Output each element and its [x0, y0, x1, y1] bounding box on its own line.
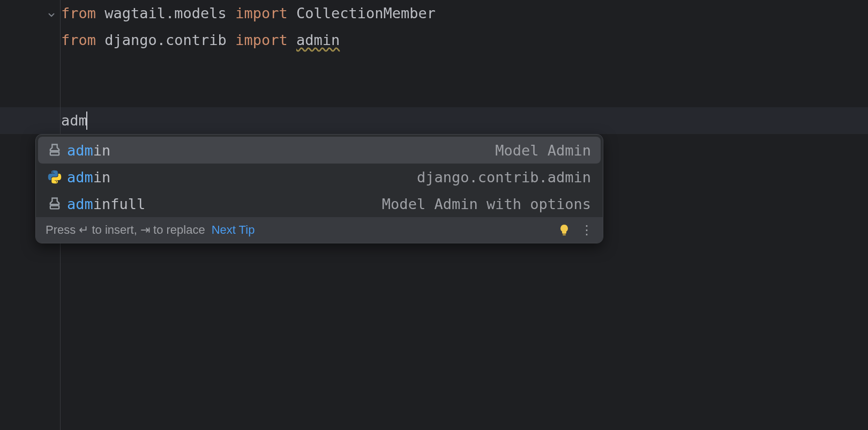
completion-footer: Press ↵ to insert, ⇥ to replace Next Tip…: [36, 217, 603, 243]
lightbulb-icon[interactable]: [558, 224, 571, 236]
svg-rect-1: [50, 206, 59, 209]
completion-item[interactable]: adminfull Model Admin with options: [36, 190, 603, 217]
completion-name: admin: [67, 169, 110, 186]
keyword: from: [61, 32, 96, 48]
live-template-icon: [46, 141, 64, 159]
code-editor[interactable]: from wagtail.models import CollectionMem…: [0, 0, 868, 430]
live-template-icon: [46, 195, 64, 213]
completion-name: admin: [67, 142, 110, 159]
footer-tip-text: Press ↵ to insert, ⇥ to replace: [46, 223, 205, 237]
identifier-warning: admin: [296, 32, 340, 48]
keyword: import: [235, 32, 288, 48]
typed-text[interactable]: adm: [61, 107, 87, 134]
more-options-icon[interactable]: ⋮: [580, 229, 593, 231]
svg-rect-0: [50, 152, 59, 155]
keyword: from: [61, 5, 96, 21]
module-path: django.contrib: [104, 32, 227, 48]
svg-rect-2: [563, 234, 566, 235]
python-module-icon: [46, 168, 64, 186]
fold-toggle-icon[interactable]: [45, 9, 58, 21]
next-tip-link[interactable]: Next Tip: [212, 223, 255, 237]
completion-popup[interactable]: admin Model Admin admin django.contrib.a…: [35, 134, 603, 243]
completion-item[interactable]: admin django.contrib.admin: [36, 164, 603, 190]
typed-chars: adm: [61, 112, 87, 129]
completion-item[interactable]: admin Model Admin: [38, 137, 601, 164]
completion-hint: Model Admin: [495, 142, 591, 159]
completion-name: adminfull: [67, 196, 145, 212]
completion-hint: Model Admin with options: [382, 196, 591, 212]
code-line[interactable]: from django.contrib import admin: [61, 27, 868, 54]
code-line[interactable]: from wagtail.models import CollectionMem…: [61, 0, 868, 27]
identifier: CollectionMember: [296, 5, 436, 21]
current-line-highlight: [0, 107, 868, 134]
completion-hint: django.contrib.admin: [417, 169, 591, 186]
caret: [86, 112, 87, 130]
module-path: wagtail.models: [104, 5, 227, 21]
code-area[interactable]: from wagtail.models import CollectionMem…: [61, 0, 868, 54]
keyword: import: [235, 5, 288, 21]
